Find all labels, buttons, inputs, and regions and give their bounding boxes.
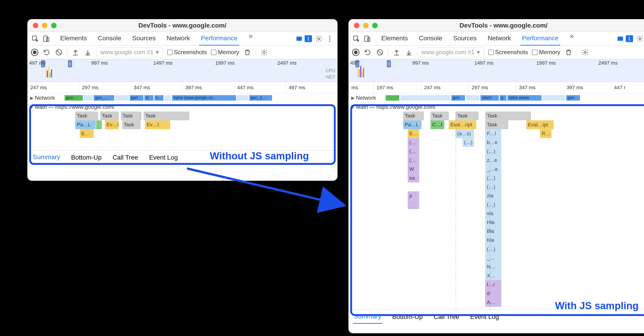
flame-block[interactable]: R… [540, 129, 552, 138]
flame-block[interactable]: z…e [485, 156, 501, 165]
flame-block[interactable]: t…r [485, 280, 501, 289]
clear-icon[interactable] [376, 48, 384, 56]
memory-checkbox[interactable]: Memory [211, 49, 239, 56]
inspect-icon[interactable] [352, 35, 360, 43]
flame-block[interactable]: (…) [462, 138, 474, 147]
flame-block[interactable]: d [485, 289, 501, 298]
flame-block[interactable]: p [408, 191, 419, 200]
flame-block[interactable]: vla [485, 209, 501, 218]
issues-badge[interactable]: 1 [626, 35, 633, 42]
flame-block[interactable]: (…) [485, 147, 501, 156]
reload-icon[interactable] [42, 48, 51, 56]
tab-network[interactable]: Network [486, 32, 513, 45]
device-icon[interactable] [363, 35, 371, 43]
flame-block[interactable]: (…) [485, 182, 501, 191]
flame-block[interactable]: (… [408, 147, 419, 156]
flame-block[interactable]: Task [485, 112, 531, 120]
perf-settings-icon[interactable] [581, 48, 589, 56]
flame-block[interactable]: _…a [485, 165, 501, 173]
issues-badge[interactable]: 1 [305, 35, 312, 42]
download-icon[interactable] [405, 48, 413, 56]
main-track-header[interactable]: ▶Main — https://www.google.com/ [27, 102, 338, 112]
btab-calltree[interactable]: Call Tree [433, 310, 460, 324]
time-ruler[interactable]: ms 197 ms 247 ms 297 ms 347 ms 397 ms 44… [348, 82, 644, 93]
issues-icon[interactable] [295, 35, 303, 43]
recording-dropdown[interactable]: www.google.com #1▾ [96, 48, 163, 57]
clear-icon[interactable] [55, 48, 63, 56]
flame-block[interactable]: (…) [485, 200, 501, 209]
flame-chart-left[interactable]: TaskTaskTaskTaskPa…LEv…tTaskEv…tE… [27, 112, 338, 150]
upload-icon[interactable] [392, 48, 401, 56]
btab-eventlog[interactable]: Event Log [148, 151, 179, 164]
tab-network[interactable]: Network [165, 32, 192, 45]
minimize-dot[interactable] [42, 23, 48, 28]
flame-block[interactable]: Eval…ipt [526, 120, 554, 129]
flame-block[interactable]: Task [456, 112, 478, 120]
flame-block[interactable]: b…e [485, 138, 501, 147]
titlebar[interactable]: DevTools - www.google.com/ [348, 19, 644, 32]
btab-summary[interactable]: Summary [32, 151, 61, 164]
close-dot[interactable] [354, 23, 360, 28]
btab-bottomup[interactable]: Bottom-Up [391, 310, 424, 324]
flame-block[interactable]: X… [485, 271, 501, 280]
reload-icon[interactable] [364, 48, 372, 56]
flame-block[interactable]: Task [121, 112, 142, 120]
flame-block[interactable]: F…l [485, 129, 501, 138]
flame-block[interactable]: Eval…ript [449, 120, 476, 129]
more-tabs-icon[interactable]: » [246, 32, 255, 40]
screenshots-checkbox[interactable]: Screenshots [488, 49, 528, 56]
tab-performance[interactable]: Performance [520, 32, 560, 45]
kebab-icon[interactable]: ⋮ [326, 35, 334, 43]
flame-block[interactable]: Bla [485, 227, 501, 236]
flame-block[interactable]: C…t [430, 120, 444, 129]
flame-block[interactable]: (… [408, 156, 419, 165]
tab-sources[interactable]: Sources [130, 32, 157, 45]
flame-block[interactable] [96, 120, 102, 129]
flame-block[interactable]: (a…s) [456, 129, 474, 138]
flame-block[interactable]: N… [485, 262, 501, 271]
tab-console[interactable]: Console [417, 32, 444, 45]
flame-block[interactable]: (… [408, 138, 419, 147]
flame-block[interactable]: E… [80, 129, 94, 138]
flame-block[interactable]: Ev…t [105, 120, 118, 129]
recording-dropdown[interactable]: www.google.com #1▾ [417, 48, 484, 57]
close-dot[interactable] [33, 23, 38, 28]
tab-elements[interactable]: Elements [58, 32, 89, 45]
screenshots-checkbox[interactable]: Screenshots [167, 49, 207, 56]
tab-sources[interactable]: Sources [451, 32, 478, 45]
tab-console[interactable]: Console [96, 32, 123, 45]
flame-block[interactable]: Pa…L [403, 120, 422, 129]
issues-icon[interactable] [616, 35, 624, 43]
flame-block[interactable]: Kla [485, 236, 501, 244]
flame-block[interactable]: ea [408, 174, 419, 182]
titlebar[interactable]: DevTools - www.google.com/ [27, 19, 338, 32]
flame-block[interactable]: A… [485, 298, 501, 307]
flame-block[interactable]: Task [403, 112, 424, 120]
network-track[interactable]: ▶Network gen client g hpba (www gen [348, 93, 644, 102]
flame-block[interactable]: (…) [485, 174, 501, 182]
main-track-header[interactable]: ▶Main — https://www.google.com/ [348, 102, 644, 112]
network-track[interactable]: ▶Network goo… gen_… gen cl n… hpba (www.… [27, 93, 338, 102]
flame-block[interactable]: Task [144, 112, 189, 120]
overview-strip[interactable]: |||| 497 ms 997 ms 1497 ms 1997 ms 2497 … [27, 59, 338, 82]
flame-block[interactable]: Task [485, 120, 508, 129]
overview-strip[interactable]: |||| 497 997 ms 1497 ms 1997 ms 2497 ms … [348, 59, 644, 82]
flame-block[interactable]: Pa…L [75, 120, 96, 129]
flame-block[interactable]: E… [408, 129, 419, 138]
flame-chart-right[interactable]: TaskTaskTaskTaskPa…LC…tEval…riptTaskEval… [348, 112, 644, 310]
download-icon[interactable] [84, 48, 92, 56]
garbage-icon[interactable] [564, 48, 572, 56]
gear-icon[interactable] [636, 35, 644, 43]
zoom-dot[interactable] [372, 23, 378, 28]
record-button[interactable] [31, 49, 38, 56]
memory-checkbox[interactable]: Memory [532, 49, 560, 56]
minimize-dot[interactable] [363, 23, 368, 28]
flame-block[interactable]: _… [485, 254, 501, 262]
flame-block[interactable]: zla [485, 191, 501, 200]
gear-icon[interactable] [315, 35, 323, 43]
tab-elements[interactable]: Elements [380, 32, 410, 45]
flame-block[interactable]: (…) [485, 245, 501, 253]
record-button[interactable] [352, 49, 360, 56]
flame-block[interactable]: Ev…t [145, 120, 170, 129]
garbage-icon[interactable] [243, 48, 252, 56]
